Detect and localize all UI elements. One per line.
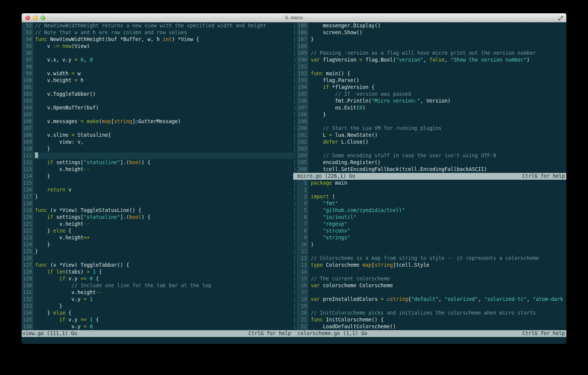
command-line[interactable] xyxy=(22,337,566,344)
code-line: |16var colorscheme Colorscheme xyxy=(293,282,566,289)
code-line: 133 } xyxy=(22,303,293,310)
code-line: 103 xyxy=(22,98,293,104)
code-text: flag.Parse() xyxy=(308,77,566,84)
split-divider: | xyxy=(293,316,297,323)
line-number: 119 xyxy=(22,207,33,214)
line-number: 111 xyxy=(22,152,33,159)
code-text xyxy=(33,255,293,262)
code-text: func InitColorscheme() { xyxy=(308,316,566,323)
code-line: |19 xyxy=(293,303,566,310)
code-line: |4 "fmt" xyxy=(293,200,566,207)
line-number: 134 xyxy=(22,310,33,316)
code-line: 109 view: v, xyxy=(22,139,293,146)
code-line: 100 v.height = h xyxy=(22,77,293,84)
split-divider: | xyxy=(293,221,297,228)
code-text: } else { xyxy=(33,310,293,316)
code-text: v.sline = Statusline{ xyxy=(33,132,293,139)
code-line: 136 v.y = 0 xyxy=(22,323,293,330)
code-line: |206 tcell.SetEncodingFallback(tcell.Enc… xyxy=(293,166,566,173)
code-line: |200 // Start the Lua VM for running plu… xyxy=(293,125,566,132)
code-text: if v.y == 0 { xyxy=(33,275,293,282)
code-line: |185 messenger.Display() xyxy=(293,22,566,29)
line-number: 136 xyxy=(22,323,33,330)
code-text: var flagVersion = flag.Bool("version", f… xyxy=(308,57,566,63)
code-text: v.x, v.y = 0, 0 xyxy=(33,57,293,63)
line-number: 120 xyxy=(22,214,33,221)
code-text xyxy=(308,248,566,255)
statusbar-view-go: view.go (111,1) Go CtrlG for help xyxy=(22,330,293,337)
code-text xyxy=(33,152,293,159)
fullscreen-icon[interactable] xyxy=(558,15,563,21)
line-number: 125 xyxy=(22,248,33,255)
code-line: |12// Colorscheme is a map from string t… xyxy=(293,255,566,262)
title-bar[interactable]: 5. micro xyxy=(22,13,566,22)
split-divider: | xyxy=(293,275,297,282)
pane-micro-go[interactable]: |185 messenger.Display()|186 screen.Show… xyxy=(293,22,566,173)
line-number: 7 xyxy=(297,221,308,228)
code-line: 93// Note that w and h are raw column an… xyxy=(22,29,293,36)
zoom-button[interactable] xyxy=(41,16,45,20)
code-text: screen.Show() xyxy=(308,29,566,36)
code-line: 132 v.y = 1 xyxy=(22,296,293,303)
code-line: 123 v.height++ xyxy=(22,234,293,241)
split-divider: | xyxy=(293,255,297,262)
line-number: 188 xyxy=(297,43,308,50)
line-number: 97 xyxy=(22,57,33,63)
code-line: 104 v.OpenBuffer(buf) xyxy=(22,104,293,111)
line-number: 9 xyxy=(297,234,308,241)
code-text: // The current colorscheme xyxy=(308,275,566,282)
code-line: |20// InitColorscheme picks and initiali… xyxy=(293,310,566,316)
line-number: 193 xyxy=(297,77,308,84)
statusbar-file-info: colorscheme.go (1,1) Go xyxy=(297,330,367,337)
code-text: } xyxy=(33,248,293,255)
line-number: 124 xyxy=(22,241,33,248)
code-line: |1package main xyxy=(293,180,566,187)
line-number: 122 xyxy=(22,228,33,234)
code-line: 107 xyxy=(22,125,293,132)
code-text: "regexp" xyxy=(308,221,566,228)
pane-colorscheme-go[interactable]: |1package main|2|3import (|4 "fmt"|5 "gi… xyxy=(293,180,566,330)
split-divider: | xyxy=(293,111,297,118)
code-text: // Note that w and h are raw column and … xyxy=(33,29,293,36)
line-number: 16 xyxy=(297,282,308,289)
line-number: 118 xyxy=(22,200,33,207)
code-text: func (v *View) ToggleTabbar() { xyxy=(33,262,293,269)
code-text: v.messages = make(map[string]☐GutterMess… xyxy=(33,118,293,125)
code-text: "strconv" xyxy=(308,228,566,234)
code-line: 106 v.messages = make(map[string]☐Gutter… xyxy=(22,118,293,125)
code-text: v.ToggleTabbar() xyxy=(33,91,293,98)
code-line: |14 xyxy=(293,269,566,275)
code-line: |7 "regexp" xyxy=(293,221,566,228)
code-text: "github.com/zyedidia/tcell" xyxy=(308,207,566,214)
code-line: 95 v := new(View) xyxy=(22,43,293,50)
split-divider: | xyxy=(293,241,297,248)
minimize-button[interactable] xyxy=(33,16,38,20)
code-line: |199 xyxy=(293,118,566,125)
code-line: 111 xyxy=(22,152,293,159)
code-line: |187} xyxy=(293,36,566,43)
code-text: "strings" xyxy=(308,234,566,241)
code-line: |21func InitColorscheme() { xyxy=(293,316,566,323)
line-number: 17 xyxy=(297,289,308,296)
line-number: 191 xyxy=(297,63,308,70)
close-button[interactable] xyxy=(25,16,30,20)
code-text: fmt.Println("Micro version:", Version) xyxy=(308,98,566,104)
code-line: 116 return v xyxy=(22,187,293,193)
code-line: 120 if settings["statusline"].(bool) { xyxy=(22,214,293,221)
split-divider: | xyxy=(293,36,297,43)
split-divider: | xyxy=(293,200,297,207)
code-text: // InitColorscheme picks and initializes… xyxy=(308,310,566,316)
split-divider: | xyxy=(293,50,297,57)
code-text: return v xyxy=(33,187,293,193)
line-number: 101 xyxy=(22,84,33,91)
split-divider: | xyxy=(293,303,297,310)
split-divider: | xyxy=(293,132,297,139)
code-text: if v.y == 1 { xyxy=(33,316,293,323)
statusbar-help-hint: CtrlG for help xyxy=(522,330,565,337)
code-line: |3import ( xyxy=(293,193,566,200)
code-text: // If -version was passed xyxy=(308,91,566,98)
code-line: |18var preInstalledColors = ☐string{"def… xyxy=(293,296,566,303)
pane-view-go[interactable]: 92// NewViewWidthHeight returns a new vi… xyxy=(22,22,293,330)
code-text: func (v *View) ToggleStatusLine() { xyxy=(33,207,293,214)
code-text: defer L.Close() xyxy=(308,139,566,146)
